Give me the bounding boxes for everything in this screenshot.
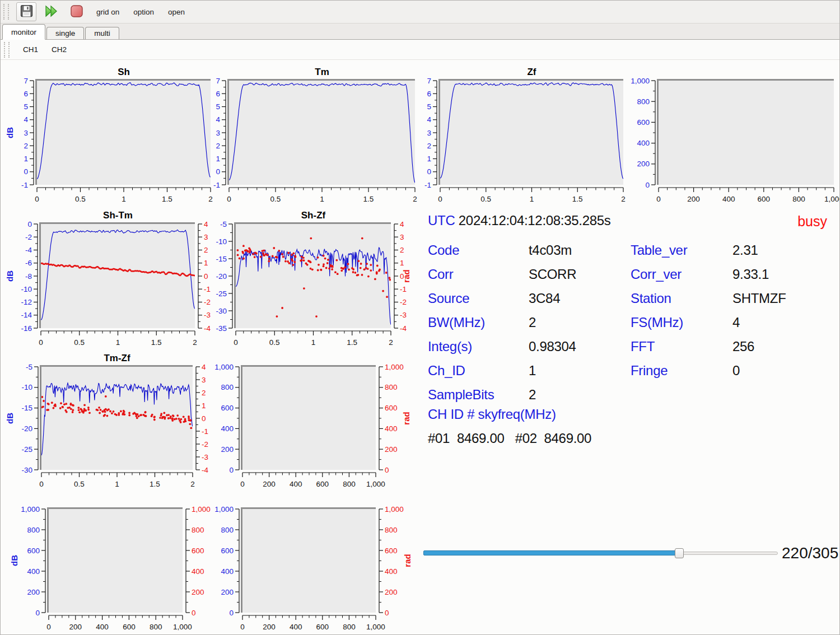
y2-axis-unit-label: rad	[403, 554, 412, 567]
svg-text:-5: -5	[26, 363, 32, 371]
svg-text:1: 1	[115, 480, 119, 488]
plot-e2: 02004006008001,00002004006008001,0000200…	[214, 363, 411, 489]
svg-text:0: 0	[46, 623, 51, 631]
svg-text:6: 6	[24, 90, 28, 98]
toolbar-grip[interactable]	[3, 4, 9, 20]
ch2-button[interactable]: CH2	[49, 44, 69, 55]
svg-text:5: 5	[24, 102, 28, 111]
svg-text:1,000: 1,000	[192, 505, 211, 513]
menu-item-open[interactable]: open	[164, 8, 189, 16]
svg-text:-1: -1	[400, 285, 407, 293]
tab-single[interactable]: single	[46, 27, 84, 39]
skyfreq-header: CH ID # skyfreq(MHz)	[428, 407, 556, 422]
svg-text:600: 600	[221, 404, 234, 412]
svg-text:-4: -4	[202, 466, 208, 474]
svg-text:1,000: 1,000	[173, 623, 192, 631]
plot-title: Sh-Tm	[103, 210, 133, 221]
svg-text:-4: -4	[400, 324, 407, 333]
run-button[interactable]	[41, 2, 62, 21]
plot-shzf: Sh-Zf-35-30-25-20-15-10-5-4-3-2-10123400…	[216, 210, 411, 347]
svg-text:0: 0	[39, 338, 43, 347]
channel-grip[interactable]	[4, 42, 10, 58]
frame-slider-handle[interactable]	[675, 548, 684, 558]
svg-text:200: 200	[263, 623, 276, 631]
svg-text:3: 3	[216, 129, 220, 137]
plot-zf: Zf-10123456700.511.52	[424, 67, 626, 203]
info-row: Source3C84StationSHTMZF	[428, 286, 831, 310]
menu-item-grid-on[interactable]: grid on	[92, 8, 124, 16]
svg-text:600: 600	[192, 547, 204, 555]
svg-text:-1: -1	[21, 181, 28, 189]
svg-text:0: 0	[645, 181, 650, 189]
svg-text:0.5: 0.5	[270, 195, 281, 203]
plot-title: Zf	[527, 67, 536, 77]
svg-text:200: 200	[687, 195, 700, 203]
info-value: 256	[732, 339, 831, 354]
svg-text:1,000: 1,000	[366, 623, 385, 631]
y2-axis-unit-label: rad	[402, 412, 411, 424]
tab-multi[interactable]: multi	[85, 27, 119, 39]
svg-text:200: 200	[637, 160, 650, 168]
svg-text:200: 200	[27, 588, 40, 596]
svg-text:-4: -4	[204, 324, 211, 333]
svg-text:2: 2	[24, 142, 28, 150]
svg-text:0: 0	[35, 195, 39, 203]
svg-text:2: 2	[389, 338, 393, 347]
stop-button[interactable]	[67, 2, 87, 21]
plot-title: Sh-Zf	[301, 210, 326, 221]
info-label: Station	[631, 291, 732, 306]
info-label: Code	[428, 242, 529, 258]
svg-text:0: 0	[240, 480, 245, 488]
svg-text:1: 1	[216, 155, 220, 163]
info-label: FFT	[631, 339, 732, 354]
svg-text:400: 400	[722, 195, 735, 203]
info-label: Integ(s)	[428, 339, 529, 354]
info-label: FS(MHz)	[631, 315, 732, 330]
info-row: CorrSCORRCorr_ver9.33.1	[428, 262, 831, 286]
ch1-button[interactable]: CH1	[21, 44, 40, 55]
svg-text:0: 0	[204, 272, 208, 281]
utc-value: 2024:12:04:12:08:35.285s	[459, 213, 611, 228]
svg-text:2: 2	[621, 195, 626, 203]
svg-text:600: 600	[385, 547, 398, 555]
svg-text:1: 1	[204, 259, 208, 267]
svg-text:1: 1	[122, 195, 126, 203]
svg-text:600: 600	[221, 547, 234, 555]
svg-text:6: 6	[427, 90, 431, 98]
frame-slider-fill	[423, 550, 679, 555]
svg-text:0.5: 0.5	[74, 480, 85, 488]
tab-monitor[interactable]: monitor	[2, 24, 45, 40]
tab-strip: monitor single multi	[1, 24, 839, 40]
svg-text:-30: -30	[21, 466, 32, 474]
svg-text:3: 3	[24, 129, 28, 137]
svg-text:-1: -1	[424, 181, 431, 189]
svg-text:0: 0	[240, 623, 245, 631]
svg-text:4: 4	[204, 220, 208, 228]
svg-text:1.5: 1.5	[151, 338, 162, 347]
svg-text:0: 0	[24, 167, 28, 176]
svg-text:0: 0	[192, 609, 196, 617]
svg-text:-12: -12	[21, 298, 32, 306]
save-button[interactable]	[16, 2, 36, 21]
main-toolbar: grid on option open	[1, 1, 839, 24]
svg-text:-14: -14	[21, 311, 32, 319]
plot-e4: 02004006008001,00002004006008001,0000200…	[214, 505, 412, 632]
plot-sh: Sh-10123456700.511.52dB	[5, 67, 213, 203]
svg-text:-4: -4	[25, 246, 32, 254]
svg-text:0: 0	[39, 480, 44, 488]
svg-text:2: 2	[204, 246, 208, 254]
svg-text:-20: -20	[21, 424, 32, 433]
info-row: SampleBits2	[428, 382, 831, 407]
svg-text:-3: -3	[204, 311, 211, 319]
svg-text:200: 200	[221, 445, 234, 454]
svg-text:0: 0	[427, 167, 431, 176]
menu-item-option[interactable]: option	[129, 8, 158, 16]
svg-text:2: 2	[190, 480, 195, 488]
svg-text:600: 600	[316, 623, 329, 631]
svg-text:400: 400	[385, 424, 398, 433]
svg-text:600: 600	[27, 547, 40, 555]
info-value: SCORR	[529, 267, 631, 282]
svg-text:2: 2	[400, 246, 404, 254]
svg-text:800: 800	[343, 480, 356, 488]
info-value: 2	[529, 387, 631, 403]
